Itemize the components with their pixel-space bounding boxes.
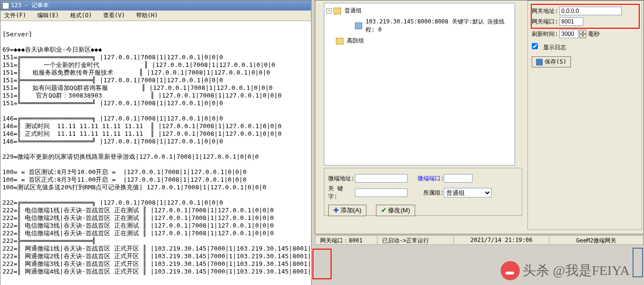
refresh-unit-label: 毫秒 [588, 30, 600, 38]
menu-help[interactable]: 帮助(H) [132, 11, 162, 20]
add-button[interactable]: ✚ 添加(A) [328, 205, 366, 216]
show-log-label: 显示日志 [543, 44, 566, 51]
watermark: 头杀 @我是FEIYA [501, 261, 630, 280]
folder-icon [333, 8, 341, 14]
menu-edit[interactable]: 编辑(E) [33, 11, 63, 20]
refresh-label: 刷新时间: [532, 30, 559, 38]
tree-group2-label[interactable]: 高防组 [345, 36, 365, 45]
notepad-text-area[interactable]: [Server] 69=◆◆◆吞天诀单职业·今日新区◆◆◆ 151=╔═════… [0, 21, 311, 285]
check-icon: ✔ [381, 207, 386, 214]
tree-root-node[interactable]: − 普通组 [326, 5, 513, 16]
save-disk-icon [536, 59, 543, 66]
status-state: 已启动->正常运行 [377, 236, 454, 244]
tree-view[interactable]: − 普通组 103.219.30.145:8000:8008 关键字:默认 连接… [324, 3, 515, 165]
notepad-titlebar: 123 - 记事本 [0, 0, 311, 11]
status-port: 网关端口：8001 [315, 236, 377, 244]
spinner-down-icon[interactable]: ▼ [580, 34, 586, 38]
gateway-addr-input[interactable] [559, 7, 622, 15]
notepad-icon [2, 2, 9, 9]
micro-addr-label: 微端地址: [328, 175, 355, 183]
keyword-input[interactable] [355, 188, 408, 197]
micro-port-label: 微端端口: [417, 175, 444, 183]
tree-group2-node[interactable]: 高防组 [336, 35, 513, 46]
config-window: − 普通组 103.219.30.145:8000:8008 关键字:默认 连接… [315, 0, 644, 234]
tree-collapse-icon[interactable]: − [326, 8, 332, 13]
refresh-spinner[interactable]: ▲ ▼ [580, 30, 586, 38]
tree-root-label[interactable]: 普通组 [343, 6, 363, 15]
watermark-icon [501, 261, 520, 280]
show-log-checkbox[interactable] [532, 43, 538, 49]
notepad-title: 123 - 记事本 [11, 1, 49, 10]
status-bar: 网关端口：8001 已启动->正常运行 2021/7/14 21:19:06 G… [315, 235, 644, 245]
highlight-port-column [312, 249, 332, 279]
gateway-port-input[interactable] [559, 17, 583, 26]
menu-view[interactable]: 查看(V) [99, 11, 129, 20]
modify-button[interactable]: ✔ 修改(M) [376, 205, 416, 216]
group-label: 所属组: [417, 189, 444, 197]
status-app: GeeM2微端网关 [549, 236, 644, 244]
folder-icon [336, 38, 343, 44]
scrollbar-stub[interactable] [633, 248, 643, 277]
settings-panel: 网关地址: 网关端口: 刷新时间: ▲ ▼ 毫秒 显示日志 保存(S) [527, 0, 642, 230]
notepad-window: 123 - 记事本 文件(F) 编辑(E) 格式(O) 查看(V) 帮助(H) … [0, 0, 311, 285]
computer-icon [355, 22, 362, 29]
tree-server-label[interactable]: 103.219.30.145:8000:8008 关键字:默认 连接线程: 0 [364, 17, 513, 34]
tree-server-node[interactable]: 103.219.30.145:8000:8008 关键字:默认 连接线程: 0 [336, 16, 513, 35]
save-button[interactable]: 保存(S) [532, 56, 571, 67]
gateway-addr-label: 网关地址: [532, 7, 559, 15]
micro-addr-input[interactable] [355, 174, 408, 183]
status-time: 2021/7/14 21:19:06 [454, 236, 549, 244]
gateway-port-label: 网关端口: [532, 18, 559, 26]
menu-file[interactable]: 文件(F) [0, 11, 30, 20]
plus-icon: ✚ [333, 207, 339, 214]
group-select[interactable]: 普通组 [444, 188, 492, 197]
menu-format[interactable]: 格式(O) [66, 11, 96, 20]
spinner-up-icon[interactable]: ▲ [580, 30, 586, 34]
keyword-label: 关 键 字: [328, 185, 355, 201]
notepad-menu: 文件(F) 编辑(E) 格式(O) 查看(V) 帮助(H) [0, 11, 311, 21]
server-form: 微端地址: 微端端口: 关 键 字: 所属组: 普通组 ✚ 添加(A) ✔ 修改… [324, 168, 522, 216]
refresh-input[interactable] [559, 30, 579, 38]
micro-port-input[interactable] [444, 174, 472, 183]
save-button-label: 保存(S) [545, 58, 567, 66]
watermark-text: 头杀 @我是FEIYA [523, 262, 630, 280]
